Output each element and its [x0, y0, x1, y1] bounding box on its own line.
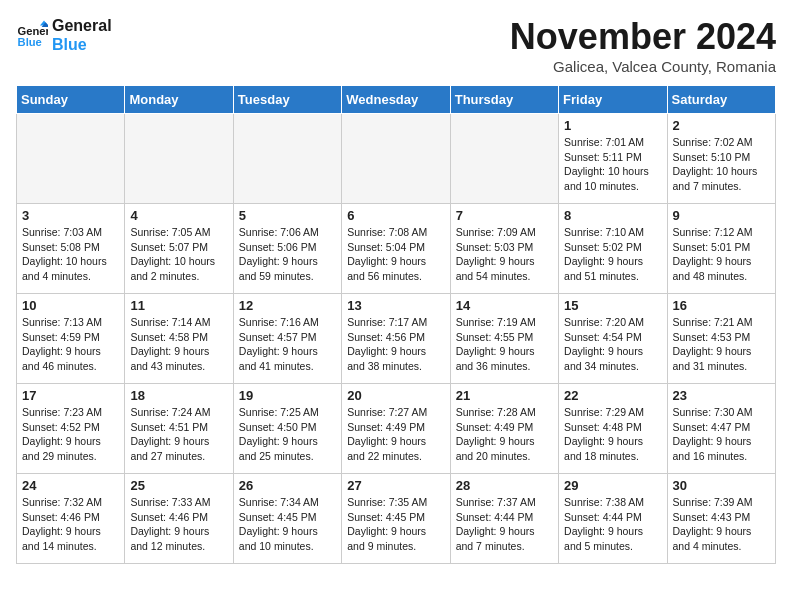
day-number: 18: [130, 388, 227, 403]
weekday-header: Wednesday: [342, 86, 450, 114]
day-info: Sunrise: 7:19 AMSunset: 4:55 PMDaylight:…: [456, 315, 553, 374]
day-number: 14: [456, 298, 553, 313]
day-number: 28: [456, 478, 553, 493]
day-info: Sunrise: 7:29 AMSunset: 4:48 PMDaylight:…: [564, 405, 661, 464]
day-info: Sunrise: 7:35 AMSunset: 4:45 PMDaylight:…: [347, 495, 444, 554]
calendar-cell: [233, 114, 341, 204]
day-info: Sunrise: 7:14 AMSunset: 4:58 PMDaylight:…: [130, 315, 227, 374]
day-info: Sunrise: 7:17 AMSunset: 4:56 PMDaylight:…: [347, 315, 444, 374]
day-number: 9: [673, 208, 770, 223]
calendar-header-row: SundayMondayTuesdayWednesdayThursdayFrid…: [17, 86, 776, 114]
day-info: Sunrise: 7:24 AMSunset: 4:51 PMDaylight:…: [130, 405, 227, 464]
day-info: Sunrise: 7:34 AMSunset: 4:45 PMDaylight:…: [239, 495, 336, 554]
weekday-header: Friday: [559, 86, 667, 114]
day-number: 17: [22, 388, 119, 403]
calendar-cell: 28Sunrise: 7:37 AMSunset: 4:44 PMDayligh…: [450, 474, 558, 564]
day-number: 10: [22, 298, 119, 313]
day-info: Sunrise: 7:12 AMSunset: 5:01 PMDaylight:…: [673, 225, 770, 284]
logo-general: General: [52, 16, 112, 35]
day-number: 19: [239, 388, 336, 403]
calendar-cell: 25Sunrise: 7:33 AMSunset: 4:46 PMDayligh…: [125, 474, 233, 564]
month-title: November 2024: [510, 16, 776, 58]
calendar-cell: 7Sunrise: 7:09 AMSunset: 5:03 PMDaylight…: [450, 204, 558, 294]
calendar-cell: 17Sunrise: 7:23 AMSunset: 4:52 PMDayligh…: [17, 384, 125, 474]
day-number: 23: [673, 388, 770, 403]
day-info: Sunrise: 7:08 AMSunset: 5:04 PMDaylight:…: [347, 225, 444, 284]
calendar-cell: 11Sunrise: 7:14 AMSunset: 4:58 PMDayligh…: [125, 294, 233, 384]
page-header: General Blue General Blue November 2024 …: [16, 16, 776, 75]
day-info: Sunrise: 7:32 AMSunset: 4:46 PMDaylight:…: [22, 495, 119, 554]
day-number: 15: [564, 298, 661, 313]
day-info: Sunrise: 7:21 AMSunset: 4:53 PMDaylight:…: [673, 315, 770, 374]
day-info: Sunrise: 7:09 AMSunset: 5:03 PMDaylight:…: [456, 225, 553, 284]
day-number: 22: [564, 388, 661, 403]
weekday-header: Monday: [125, 86, 233, 114]
calendar-cell: 12Sunrise: 7:16 AMSunset: 4:57 PMDayligh…: [233, 294, 341, 384]
calendar-cell: 4Sunrise: 7:05 AMSunset: 5:07 PMDaylight…: [125, 204, 233, 294]
calendar-cell: 14Sunrise: 7:19 AMSunset: 4:55 PMDayligh…: [450, 294, 558, 384]
day-number: 20: [347, 388, 444, 403]
calendar-cell: 19Sunrise: 7:25 AMSunset: 4:50 PMDayligh…: [233, 384, 341, 474]
day-number: 21: [456, 388, 553, 403]
weekday-header: Saturday: [667, 86, 775, 114]
calendar-cell: 27Sunrise: 7:35 AMSunset: 4:45 PMDayligh…: [342, 474, 450, 564]
day-info: Sunrise: 7:28 AMSunset: 4:49 PMDaylight:…: [456, 405, 553, 464]
title-block: November 2024 Galicea, Valcea County, Ro…: [510, 16, 776, 75]
day-number: 12: [239, 298, 336, 313]
day-number: 26: [239, 478, 336, 493]
day-number: 30: [673, 478, 770, 493]
logo-icon: General Blue: [16, 19, 48, 51]
day-info: Sunrise: 7:38 AMSunset: 4:44 PMDaylight:…: [564, 495, 661, 554]
day-number: 7: [456, 208, 553, 223]
calendar-cell: 1Sunrise: 7:01 AMSunset: 5:11 PMDaylight…: [559, 114, 667, 204]
day-info: Sunrise: 7:06 AMSunset: 5:06 PMDaylight:…: [239, 225, 336, 284]
calendar-week-row: 1Sunrise: 7:01 AMSunset: 5:11 PMDaylight…: [17, 114, 776, 204]
day-number: 13: [347, 298, 444, 313]
day-info: Sunrise: 7:20 AMSunset: 4:54 PMDaylight:…: [564, 315, 661, 374]
calendar-cell: 20Sunrise: 7:27 AMSunset: 4:49 PMDayligh…: [342, 384, 450, 474]
calendar-cell: 30Sunrise: 7:39 AMSunset: 4:43 PMDayligh…: [667, 474, 775, 564]
day-number: 27: [347, 478, 444, 493]
day-info: Sunrise: 7:23 AMSunset: 4:52 PMDaylight:…: [22, 405, 119, 464]
calendar-table: SundayMondayTuesdayWednesdayThursdayFrid…: [16, 85, 776, 564]
calendar-cell: 13Sunrise: 7:17 AMSunset: 4:56 PMDayligh…: [342, 294, 450, 384]
day-number: 2: [673, 118, 770, 133]
day-number: 4: [130, 208, 227, 223]
day-info: Sunrise: 7:27 AMSunset: 4:49 PMDaylight:…: [347, 405, 444, 464]
location-subtitle: Galicea, Valcea County, Romania: [510, 58, 776, 75]
calendar-week-row: 24Sunrise: 7:32 AMSunset: 4:46 PMDayligh…: [17, 474, 776, 564]
day-number: 5: [239, 208, 336, 223]
day-info: Sunrise: 7:03 AMSunset: 5:08 PMDaylight:…: [22, 225, 119, 284]
day-info: Sunrise: 7:01 AMSunset: 5:11 PMDaylight:…: [564, 135, 661, 194]
calendar-cell: 6Sunrise: 7:08 AMSunset: 5:04 PMDaylight…: [342, 204, 450, 294]
day-number: 1: [564, 118, 661, 133]
calendar-cell: 8Sunrise: 7:10 AMSunset: 5:02 PMDaylight…: [559, 204, 667, 294]
calendar-cell: [17, 114, 125, 204]
day-info: Sunrise: 7:02 AMSunset: 5:10 PMDaylight:…: [673, 135, 770, 194]
day-number: 6: [347, 208, 444, 223]
day-number: 29: [564, 478, 661, 493]
day-info: Sunrise: 7:10 AMSunset: 5:02 PMDaylight:…: [564, 225, 661, 284]
calendar-body: 1Sunrise: 7:01 AMSunset: 5:11 PMDaylight…: [17, 114, 776, 564]
day-info: Sunrise: 7:13 AMSunset: 4:59 PMDaylight:…: [22, 315, 119, 374]
day-info: Sunrise: 7:25 AMSunset: 4:50 PMDaylight:…: [239, 405, 336, 464]
calendar-cell: 29Sunrise: 7:38 AMSunset: 4:44 PMDayligh…: [559, 474, 667, 564]
logo: General Blue General Blue: [16, 16, 112, 54]
day-number: 11: [130, 298, 227, 313]
weekday-header: Thursday: [450, 86, 558, 114]
day-info: Sunrise: 7:33 AMSunset: 4:46 PMDaylight:…: [130, 495, 227, 554]
calendar-week-row: 17Sunrise: 7:23 AMSunset: 4:52 PMDayligh…: [17, 384, 776, 474]
day-number: 25: [130, 478, 227, 493]
weekday-header: Tuesday: [233, 86, 341, 114]
calendar-cell: [125, 114, 233, 204]
calendar-cell: 24Sunrise: 7:32 AMSunset: 4:46 PMDayligh…: [17, 474, 125, 564]
calendar-cell: [450, 114, 558, 204]
calendar-cell: [342, 114, 450, 204]
calendar-cell: 22Sunrise: 7:29 AMSunset: 4:48 PMDayligh…: [559, 384, 667, 474]
calendar-cell: 3Sunrise: 7:03 AMSunset: 5:08 PMDaylight…: [17, 204, 125, 294]
calendar-cell: 16Sunrise: 7:21 AMSunset: 4:53 PMDayligh…: [667, 294, 775, 384]
calendar-cell: 26Sunrise: 7:34 AMSunset: 4:45 PMDayligh…: [233, 474, 341, 564]
day-info: Sunrise: 7:05 AMSunset: 5:07 PMDaylight:…: [130, 225, 227, 284]
logo-blue: Blue: [52, 35, 112, 54]
day-number: 3: [22, 208, 119, 223]
